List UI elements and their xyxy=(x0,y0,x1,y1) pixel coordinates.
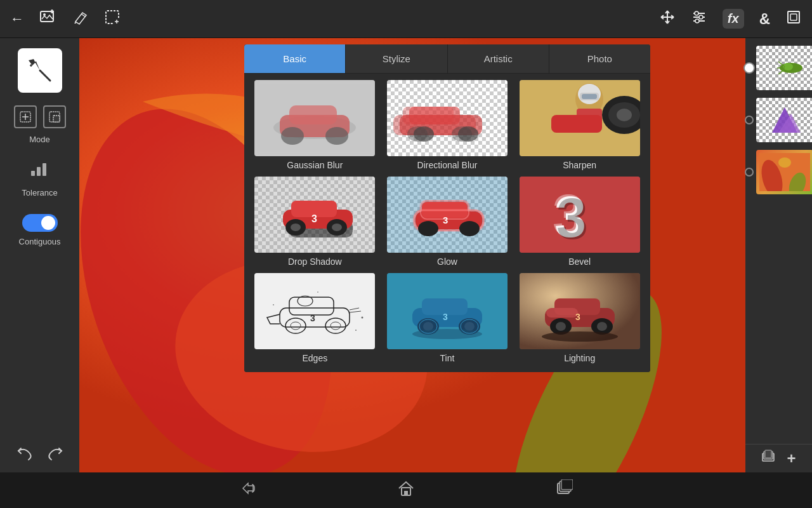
effect-label-lighting: Lighting xyxy=(564,353,595,363)
add-layer-button[interactable]: + xyxy=(787,450,796,467)
svg-text:3: 3 xyxy=(556,187,588,251)
tolerance-icon xyxy=(29,156,51,183)
svg-text:3: 3 xyxy=(575,312,580,322)
tab-photo[interactable]: Photo xyxy=(549,44,650,73)
nav-home-button[interactable] xyxy=(396,479,416,501)
effect-label-glow: Glow xyxy=(437,257,457,267)
effect-label-drop-shadow: Drop Shadow xyxy=(288,257,342,267)
effect-thumb-gaussian-blur xyxy=(254,80,375,156)
draw-button[interactable] xyxy=(72,9,89,29)
magic-wand-button[interactable] xyxy=(18,48,62,93)
svg-rect-108 xyxy=(254,273,375,349)
tab-bar: Basic Stylize Artistic Photo xyxy=(244,44,650,74)
effect-thumb-directional-blur xyxy=(387,80,508,156)
effect-edges[interactable]: 3 Edges xyxy=(251,273,379,366)
nav-back-button[interactable] xyxy=(239,479,257,501)
effect-label-bevel: Bevel xyxy=(568,257,591,267)
adjustments-button[interactable] xyxy=(691,9,707,29)
svg-rect-63 xyxy=(403,107,454,124)
selection-button[interactable] xyxy=(104,9,121,29)
layer-bottom-bar: + xyxy=(745,444,812,472)
svg-point-119 xyxy=(273,304,274,305)
svg-point-103 xyxy=(459,221,480,236)
effect-label-sharpen: Sharpen xyxy=(563,160,596,170)
nav-recent-button[interactable] xyxy=(555,479,573,501)
svg-point-14 xyxy=(695,19,699,23)
effect-lighting[interactable]: 3 Lighting xyxy=(515,273,644,366)
effect-tint[interactable]: 3 Tint xyxy=(383,273,512,366)
effects-grid: Gaussian Blur xyxy=(244,74,650,372)
combine-button[interactable]: & xyxy=(759,10,770,28)
svg-point-3 xyxy=(43,13,46,16)
layer-thumb-1[interactable] xyxy=(756,46,813,90)
mode-icons xyxy=(14,105,66,128)
effect-thumb-edges: 3 xyxy=(254,273,375,349)
crop-button[interactable] xyxy=(785,9,802,29)
svg-rect-32 xyxy=(37,167,41,176)
svg-text:3: 3 xyxy=(311,213,317,224)
redo-button[interactable] xyxy=(46,444,64,466)
svg-text:3: 3 xyxy=(443,312,448,322)
effect-glow[interactable]: 3 Glow xyxy=(383,177,512,269)
svg-point-122 xyxy=(355,330,357,331)
effect-bevel[interactable]: 3 3 3 Bevel xyxy=(515,177,644,269)
fx-button[interactable]: fx xyxy=(723,9,744,29)
layer-radio-3[interactable] xyxy=(745,168,754,177)
tab-basic[interactable]: Basic xyxy=(244,44,346,73)
svg-rect-54 xyxy=(254,80,375,156)
effect-sharpen[interactable]: Sharpen xyxy=(515,80,644,173)
effect-thumb-glow: 3 xyxy=(387,177,508,253)
effect-label-tint: Tint xyxy=(440,353,455,363)
contiguous-toggle[interactable] xyxy=(22,214,58,232)
svg-rect-145 xyxy=(404,491,408,495)
effect-gaussian-blur[interactable]: Gaussian Blur xyxy=(251,80,379,173)
move-button[interactable] xyxy=(659,9,676,29)
toolbar-left: ← xyxy=(10,8,121,30)
svg-point-120 xyxy=(362,317,363,319)
contiguous-label: Contiguous xyxy=(19,237,61,246)
left-sidebar: Mode Tolerance Contiguous xyxy=(0,38,79,472)
svg-point-12 xyxy=(695,11,698,15)
layer-thumb-3[interactable] xyxy=(756,150,813,194)
svg-rect-72 xyxy=(582,94,597,99)
effect-thumb-bevel: 3 3 3 xyxy=(520,177,640,253)
top-toolbar: ← xyxy=(0,0,812,38)
svg-point-77 xyxy=(617,109,632,121)
undo-button[interactable] xyxy=(16,444,34,466)
layers-icon[interactable] xyxy=(761,450,775,467)
fx-modal: Basic Stylize Artistic Photo xyxy=(244,44,650,372)
layer-radio-1[interactable] xyxy=(745,64,754,72)
svg-point-13 xyxy=(699,15,703,19)
toggle-knob xyxy=(41,216,55,230)
tab-artistic[interactable]: Artistic xyxy=(448,44,549,73)
effect-thumb-drop-shadow: 3 xyxy=(254,177,375,253)
svg-rect-15 xyxy=(788,11,799,23)
bottom-nav xyxy=(0,472,812,508)
svg-rect-47 xyxy=(765,450,771,458)
svg-rect-16 xyxy=(790,14,797,20)
layer-row-3 xyxy=(745,150,813,194)
svg-rect-33 xyxy=(43,163,46,176)
svg-text:3: 3 xyxy=(443,215,448,225)
effect-drop-shadow[interactable]: 3 Drop Shadow xyxy=(251,177,379,269)
add-mode-button[interactable] xyxy=(14,105,37,128)
contiguous-section: Contiguous xyxy=(19,214,61,246)
effect-directional-blur[interactable]: Directional Blur xyxy=(383,80,512,173)
undo-redo-section xyxy=(16,444,64,466)
add-image-button[interactable] xyxy=(39,8,57,30)
layer-radio-2[interactable] xyxy=(745,116,754,124)
svg-rect-137 xyxy=(546,308,578,318)
svg-point-65 xyxy=(407,126,428,142)
svg-point-130 xyxy=(412,329,482,339)
svg-rect-30 xyxy=(53,116,60,122)
layer-thumb-2[interactable] xyxy=(756,98,813,142)
subtract-mode-button[interactable] xyxy=(43,105,66,128)
effect-label-directional-blur: Directional Blur xyxy=(417,160,478,170)
toolbar-right: fx & xyxy=(659,9,802,29)
svg-point-67 xyxy=(452,126,472,142)
effect-thumb-lighting: 3 xyxy=(520,273,640,349)
tolerance-section: Tolerance xyxy=(22,156,57,197)
mode-label: Mode xyxy=(29,135,50,144)
back-button[interactable]: ← xyxy=(10,11,24,27)
tab-stylize[interactable]: Stylize xyxy=(346,44,447,73)
